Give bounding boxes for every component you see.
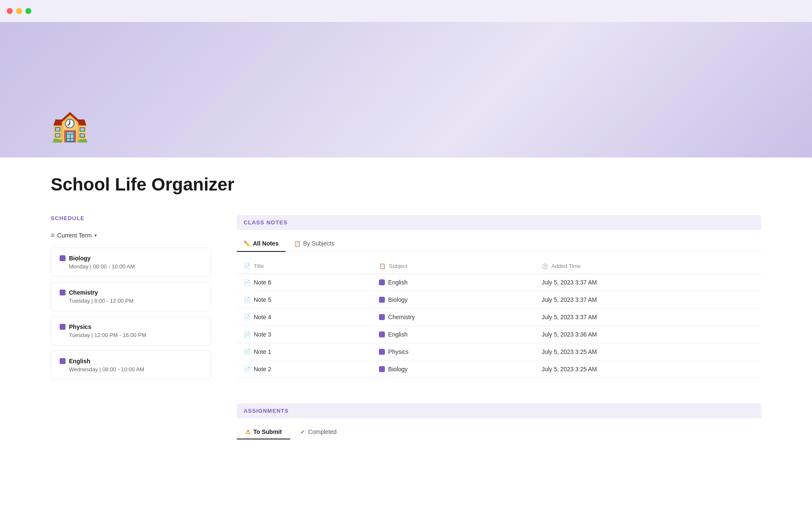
close-button[interactable] [7, 8, 13, 14]
doc-icon: 📄 [244, 263, 250, 269]
card-time-english: Wednesday | 08:00 - 10:00 AM [60, 366, 203, 373]
subject-dot-icon [60, 358, 66, 364]
note-title-5: 📄 Note 5 [237, 291, 372, 309]
subject-header-icon: 📋 [379, 263, 386, 269]
class-notes-section-label: CLASS NOTES [237, 215, 761, 230]
card-title-biology: Biology [60, 255, 203, 262]
notes-table: 📄 Title 📋 Subject [237, 259, 761, 378]
titlebar [0, 0, 812, 22]
card-title-english: English [60, 358, 203, 364]
col-header-time: 🕐 Added Time [535, 259, 761, 274]
schedule-card-biology[interactable]: Biology Monday | 08:00 - 10:00 AM [51, 248, 211, 277]
subject-badge-icon [379, 366, 385, 372]
schedule-card-english[interactable]: English Wednesday | 08:00 - 10:00 AM [51, 351, 211, 380]
doc-icon: 📄 [244, 279, 250, 286]
schedule-card-physics[interactable]: Physics Tuesday | 12:00 PM - 16:00 PM [51, 316, 211, 345]
page-content: School Life Organizer SCHEDULE ≡ Current… [0, 157, 812, 490]
note-title-1: 📄 Note 1 [237, 343, 372, 361]
assignments-section-label: ASSIGNMENTS [237, 403, 761, 418]
edit-icon: ✏️ [244, 240, 250, 247]
subject-badge-icon [379, 349, 385, 355]
note-time-3: July 5, 2023 3:36 AM [535, 326, 761, 343]
chevron-down-icon: ▾ [94, 232, 97, 238]
subject-badge-icon [379, 314, 385, 320]
subject-badge-icon [379, 331, 385, 337]
card-time-chemistry: Tuesday | 8:00 - 12:00 PM [60, 298, 203, 304]
clock-icon: 🕐 [542, 263, 548, 269]
note-subject-2: Biology [372, 361, 535, 378]
schedule-card-chemistry[interactable]: Chemistry Tuesday | 8:00 - 12:00 PM [51, 282, 211, 311]
schedule-filter[interactable]: ≡ Current Term ▾ [51, 232, 211, 239]
note-subject-4: Chemistry [372, 309, 535, 326]
col-header-subject: 📋 Subject [372, 259, 535, 274]
col-header-title: 📄 Title [237, 259, 372, 274]
doc-icon: 📄 [244, 366, 250, 373]
table-row[interactable]: 📄 Note 2 Biology July 5, 2023 3:25 [237, 361, 761, 378]
subject-dot-icon [60, 324, 66, 330]
subject-dot-icon [60, 255, 66, 261]
tab-to-submit[interactable]: ⚠ To Submit [237, 425, 290, 439]
hero-banner: 🏫 [0, 22, 812, 157]
tab-completed[interactable]: ✔ Completed [292, 425, 345, 439]
doc-icon: 📄 [244, 297, 250, 303]
note-subject-3: English [372, 326, 535, 343]
note-time-2: July 5, 2023 3:25 AM [535, 361, 761, 378]
school-icon: 🏫 [51, 110, 89, 141]
minimize-button[interactable] [16, 8, 22, 14]
note-subject-1: Physics [372, 343, 535, 361]
list-icon: 📋 [294, 240, 301, 247]
note-time-4: July 5, 2023 3:37 AM [535, 309, 761, 326]
card-time-physics: Tuesday | 12:00 PM - 16:00 PM [60, 332, 203, 338]
note-subject-5: Biology [372, 291, 535, 309]
table-row[interactable]: 📄 Note 4 Chemistry July 5, 2023 3: [237, 309, 761, 326]
maximize-button[interactable] [25, 8, 31, 14]
note-title-2: 📄 Note 2 [237, 361, 372, 378]
class-notes-section: CLASS NOTES ✏️ All Notes 📋 By Subjects [237, 215, 761, 378]
card-time-biology: Monday | 08:00 - 10:00 AM [60, 263, 203, 270]
subject-badge-icon [379, 279, 385, 285]
notes-tabs: ✏️ All Notes 📋 By Subjects [237, 237, 761, 252]
assignments-tabs: ⚠ To Submit ✔ Completed [237, 425, 761, 439]
schedule-filter-label: Current Term [57, 232, 91, 239]
warning-icon: ⚠ [245, 428, 251, 435]
list-icon: ≡ [51, 232, 55, 239]
table-row[interactable]: 📄 Note 6 English July 5, 2023 3:37 [237, 274, 761, 291]
schedule-section-label: SCHEDULE [51, 215, 211, 225]
note-time-1: July 5, 2023 3:25 AM [535, 343, 761, 361]
note-title-6: 📄 Note 6 [237, 274, 372, 291]
tab-all-notes[interactable]: ✏️ All Notes [237, 237, 285, 252]
note-time-5: July 5, 2023 3:37 AM [535, 291, 761, 309]
tab-by-subjects[interactable]: 📋 By Subjects [287, 237, 341, 252]
doc-icon: 📄 [244, 349, 250, 355]
doc-icon: 📄 [244, 314, 250, 320]
assignments-section: ASSIGNMENTS ⚠ To Submit ✔ Completed [237, 403, 761, 439]
right-panel: CLASS NOTES ✏️ All Notes 📋 By Subjects [237, 215, 761, 465]
note-time-6: July 5, 2023 3:37 AM [535, 274, 761, 291]
table-row[interactable]: 📄 Note 1 Physics July 5, 2023 3:25 [237, 343, 761, 361]
schedule-cards: Biology Monday | 08:00 - 10:00 AM Chemis… [51, 248, 211, 380]
card-title-chemistry: Chemistry [60, 289, 203, 296]
note-subject-6: English [372, 274, 535, 291]
schedule-panel: SCHEDULE ≡ Current Term ▾ Biology Monday… [51, 215, 211, 385]
table-row[interactable]: 📄 Note 5 Biology July 5, 2023 3:37 [237, 291, 761, 309]
subject-dot-icon [60, 290, 66, 295]
note-title-3: 📄 Note 3 [237, 326, 372, 343]
table-row[interactable]: 📄 Note 3 English July 5, 2023 3:36 [237, 326, 761, 343]
doc-icon: 📄 [244, 331, 250, 338]
checkmark-icon: ✔ [300, 428, 305, 435]
main-layout: SCHEDULE ≡ Current Term ▾ Biology Monday… [51, 215, 761, 465]
card-title-physics: Physics [60, 323, 203, 330]
subject-badge-icon [379, 297, 385, 303]
page-title: School Life Organizer [51, 174, 761, 195]
note-title-4: 📄 Note 4 [237, 309, 372, 326]
